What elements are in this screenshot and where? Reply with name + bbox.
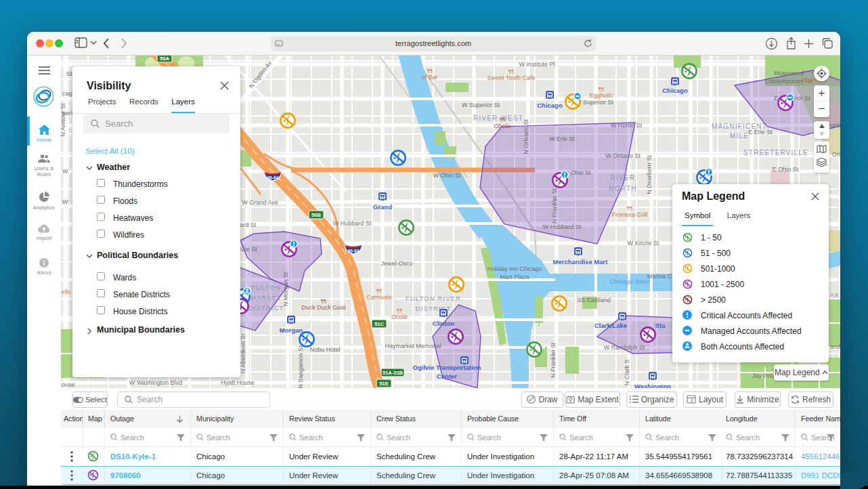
svg-text:W: W <box>62 198 68 205</box>
svg-text:¶¶: ¶¶ <box>427 68 433 74</box>
svg-text:Morgan: Morgan <box>280 326 303 334</box>
svg-text:ouse: ouse <box>62 381 75 388</box>
svg-text:Duck Duck Goat: Duck Duck Goat <box>301 304 346 311</box>
svg-text:Chicago River: Chicago River <box>609 278 650 285</box>
svg-text:W Washington Blvd: W Washington Blvd <box>129 379 182 386</box>
svg-text:W Kinzie St: W Kinzie St <box>628 240 659 247</box>
svg-text:Ogilvie Transportation: Ogilvie Transportation <box>413 364 481 371</box>
svg-text:Chicago: Chicago <box>662 87 688 94</box>
svg-text:RIVER: RIVER <box>611 174 636 182</box>
svg-text:Sweet Tooth Cafe: Sweet Tooth Cafe <box>487 75 536 81</box>
svg-text:W Ohio St: W Ohio St <box>433 172 461 179</box>
svg-text:Marina C: Marina C <box>647 273 672 280</box>
svg-text:Oriole: Oriole <box>391 314 408 320</box>
svg-text:W Huron St: W Huron St <box>611 122 643 129</box>
svg-text:Clark/Lake: Clark/Lake <box>594 322 627 329</box>
svg-text:¶¶: ¶¶ <box>599 86 605 92</box>
svg-text:el Bar: el Bar <box>422 74 438 81</box>
svg-text:DISTRICT: DISTRICT <box>248 304 284 312</box>
svg-text:Eggholic: Eggholic <box>590 92 613 99</box>
svg-text:Jay Pritz: Jay Pritz <box>752 373 776 379</box>
svg-text:Nobu Hotel: Nobu Hotel <box>309 346 340 353</box>
svg-text:¶¶: ¶¶ <box>508 68 515 75</box>
svg-text:FULTON RIVER: FULTON RIVER <box>406 295 461 302</box>
svg-text:N Clark S: N Clark S <box>624 360 630 386</box>
svg-text:¶¶: ¶¶ <box>321 298 327 304</box>
svg-text:Washington: Washington <box>634 383 671 388</box>
svg-text:MILE: MILE <box>730 132 749 140</box>
svg-text:Carnivale: Carnivale <box>366 294 392 301</box>
svg-text:Sta: Sta <box>655 322 666 329</box>
svg-text:Grand: Grand <box>373 203 392 211</box>
svg-text:ande: ande <box>830 343 840 350</box>
svg-text:Center: Center <box>437 373 457 380</box>
svg-text:FULTON: FULTON <box>251 284 281 291</box>
svg-text:W Erie St: W Erie St <box>549 135 576 142</box>
svg-text:N Armour St: N Armour St <box>61 103 66 137</box>
svg-text:NORTH: NORTH <box>609 185 636 192</box>
svg-text:E Erie St: E Erie St <box>748 129 773 135</box>
svg-text:51E: 51E <box>379 381 388 387</box>
svg-text:W: W <box>62 168 68 175</box>
svg-text:Chicago: Chicago <box>537 102 563 109</box>
svg-text:¶¶: ¶¶ <box>376 288 383 294</box>
svg-text:Holiday Inn Chicago: Holiday Inn Chicago <box>487 265 542 272</box>
svg-text:W Superior St: W Superior St <box>462 102 500 108</box>
svg-text:W Randolph St: W Randolph St <box>604 344 645 351</box>
svg-text:Obelix: Obelix <box>494 123 511 129</box>
svg-text:E Ohio St: E Ohio St <box>773 166 799 173</box>
svg-text:N Dearborn St: N Dearborn St <box>646 155 653 194</box>
svg-text:Ont: Ont <box>832 151 840 158</box>
svg-text:W Hubbard St: W Hubbard St <box>543 224 582 230</box>
svg-text:Hyatt House: Hyatt House <box>221 379 255 386</box>
svg-text:Museum of: Museum of <box>774 70 804 77</box>
svg-text:¶¶: ¶¶ <box>397 307 403 314</box>
svg-text:51A-51B: 51A-51B <box>383 370 404 376</box>
svg-text:W Hubbard St: W Hubbard St <box>333 220 372 227</box>
svg-text:Jewel-Osco: Jewel-Osco <box>381 260 412 267</box>
svg-text:N Franklin St: N Franklin St <box>551 188 558 224</box>
svg-text:W Superior St: W Superior St <box>576 99 614 106</box>
svg-text:90-94: 90-94 <box>348 249 360 253</box>
svg-text:50B: 50B <box>311 212 321 218</box>
svg-text:50A: 50A <box>160 56 169 62</box>
svg-text:N Morgan St: N Morgan St <box>282 272 289 306</box>
svg-text:SS Eastland: SS Eastland <box>577 297 611 303</box>
svg-text:Haymarket Memorial: Haymarket Memorial <box>385 343 441 349</box>
svg-text:¶¶: ¶¶ <box>627 205 633 211</box>
svg-text:Frontera Grill: Frontera Grill <box>612 211 648 218</box>
svg-text:W Institute Pl: W Institute Pl <box>519 61 555 68</box>
svg-text:RIVER WEST: RIVER WEST <box>473 114 523 122</box>
svg-text:51C: 51C <box>374 321 384 327</box>
svg-text:Clinton: Clinton <box>433 320 455 327</box>
svg-text:MARKET: MARKET <box>251 294 282 301</box>
svg-text:N Aberdeen St: N Aberdeen St <box>240 333 246 373</box>
svg-text:90-94: 90-94 <box>267 175 279 180</box>
svg-text:ells: ells <box>62 289 71 295</box>
svg-text:N Orleans St: N Orleans St <box>523 119 529 154</box>
svg-text:Merchandise Mart: Merchandise Mart <box>553 258 609 265</box>
svg-text:N Franklin St: N Franklin St <box>550 342 557 378</box>
svg-text:W Ontario St: W Ontario St <box>605 152 641 159</box>
svg-text:N Sangamon St: N Sangamon St <box>297 345 304 388</box>
svg-text:¶¶: ¶¶ <box>500 116 506 123</box>
svg-text:St: St <box>66 70 72 77</box>
svg-text:STREETERVILLE: STREETERVILLE <box>743 149 808 156</box>
svg-text:Mart Plaza: Mart Plaza <box>500 274 529 280</box>
svg-text:W Grand Ave: W Grand Ave <box>242 199 278 206</box>
